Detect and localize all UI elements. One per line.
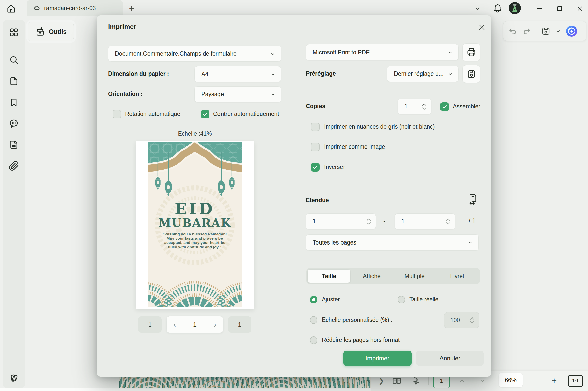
actual-size-button[interactable]: 1:1: [568, 375, 583, 387]
pager-current-page[interactable]: 1: [193, 321, 197, 328]
printer-properties-button[interactable]: [462, 43, 480, 61]
dialog-title: Imprimer: [108, 23, 136, 31]
pager-next-icon[interactable]: ›: [214, 320, 216, 329]
shrink-oversized-radio[interactable]: [310, 336, 317, 344]
save-preset-button[interactable]: [462, 65, 480, 83]
reverse-checkbox[interactable]: [311, 163, 320, 172]
select-tool-icon: [411, 376, 422, 386]
redo-button[interactable]: [522, 26, 532, 36]
sidebar-item-search[interactable]: [8, 54, 19, 65]
stepper-arrows[interactable]: [470, 317, 474, 324]
undo-button[interactable]: [508, 26, 518, 36]
paper-size-select[interactable]: A4: [194, 66, 281, 82]
sidebar-item-appearance[interactable]: [8, 372, 19, 383]
tab-livret[interactable]: Livret: [436, 270, 479, 283]
bell-icon: [493, 3, 503, 13]
print-as-image-checkbox[interactable]: [311, 143, 320, 151]
pages-subset-select[interactable]: Toutes les pages: [306, 234, 479, 251]
dialog-close-button[interactable]: [477, 22, 487, 32]
grayscale-checkbox[interactable]: [311, 123, 320, 131]
tools-button[interactable]: Outils: [28, 22, 74, 41]
card-quote: "Wishing you a blessed Ramadan! May your…: [162, 232, 228, 249]
range-section-divider: [306, 184, 484, 184]
paperclip-icon: [9, 161, 19, 171]
search-icon: [9, 55, 19, 65]
auto-rotate-checkbox[interactable]: [113, 110, 121, 118]
zoom-level[interactable]: 66%: [499, 373, 523, 387]
print-button[interactable]: Imprimer: [343, 351, 412, 366]
quick-toolbar: [503, 21, 586, 41]
zoom-in-button[interactable]: +: [547, 371, 561, 391]
range-to-stepper[interactable]: 1: [395, 213, 455, 229]
sidebar-item-comments[interactable]: [8, 118, 19, 129]
home-button[interactable]: [5, 3, 18, 15]
new-tab-button[interactable]: +: [126, 3, 137, 14]
tab-taille[interactable]: Taille: [308, 270, 350, 283]
range-total: / 1: [469, 217, 476, 225]
cloud-icon: [33, 4, 41, 12]
paper-size-label: Dimension du papier :: [108, 70, 169, 77]
save-button[interactable]: [541, 26, 551, 36]
tools-label: Outils: [49, 28, 67, 35]
app-window: ramadan-card-ar-03 + Outils: [0, 0, 588, 391]
stepper-arrows[interactable]: [366, 218, 371, 225]
sidebar-item-pages[interactable]: [8, 76, 19, 87]
auto-center-checkbox[interactable]: [201, 110, 209, 118]
custom-scale-radio[interactable]: [310, 316, 317, 324]
preset-label: Préréglage: [306, 70, 336, 77]
minimize-button[interactable]: [533, 3, 546, 15]
orientation-label: Orientation :: [108, 91, 143, 97]
dialog-header: Imprimer: [97, 15, 491, 39]
first-page-button[interactable]: 1: [138, 316, 162, 333]
cancel-button[interactable]: Annuler: [416, 351, 484, 366]
save-options-chevron[interactable]: [555, 28, 561, 34]
content-select[interactable]: Document,Commentaire,Champs de formulair…: [108, 46, 281, 62]
orientation-select[interactable]: Paysage: [194, 86, 281, 102]
plus-icon: +: [129, 3, 134, 14]
stepper-arrows[interactable]: [422, 103, 427, 110]
close-icon: [478, 23, 486, 32]
tab-title: ramadan-card-ar-03: [44, 5, 96, 12]
tab-list-chevron[interactable]: [473, 4, 482, 13]
tab-affiche[interactable]: Affiche: [350, 270, 393, 283]
copies-stepper[interactable]: 1: [398, 99, 431, 114]
chevron-down-icon: [467, 239, 473, 246]
chevron-down-icon: [270, 71, 276, 77]
zoom-out-button[interactable]: −: [528, 371, 542, 391]
shrink-oversized-label: Réduire les pages hors format: [322, 337, 400, 344]
sidebar-item-bookmarks[interactable]: [8, 97, 19, 108]
ai-assistant-button[interactable]: [566, 25, 577, 37]
preset-select[interactable]: Dernier réglage u...: [387, 66, 459, 82]
tab-multiple[interactable]: Multiple: [393, 270, 436, 283]
document-canvas[interactable]: [119, 377, 373, 389]
pager-prev-icon[interactable]: ‹: [173, 320, 176, 329]
notifications-button[interactable]: [493, 3, 503, 13]
document-tab[interactable]: ramadan-card-ar-03: [27, 0, 123, 16]
preview-pager: ‹ 1 ›: [167, 316, 223, 333]
range-from-stepper[interactable]: 1: [306, 213, 376, 229]
card-title-line2: MUBARAK: [148, 216, 242, 230]
collate-label: Assembler: [453, 103, 480, 110]
thumbnail-icon: [9, 139, 19, 150]
maximize-button[interactable]: [553, 3, 566, 15]
sidebar-item-attachments[interactable]: [8, 160, 19, 172]
custom-scale-stepper[interactable]: 100: [444, 312, 479, 328]
fit-radio[interactable]: [310, 296, 317, 303]
stepper-arrows[interactable]: [446, 218, 450, 225]
close-window-button[interactable]: [573, 3, 586, 15]
sidebar-item-thumbnails[interactable]: [8, 139, 19, 150]
last-page-button[interactable]: 1: [228, 316, 251, 333]
sidebar-item-panels[interactable]: [8, 27, 19, 38]
actual-size-label: Taille réelle: [409, 296, 438, 303]
file-icon: [9, 76, 19, 86]
user-avatar[interactable]: [509, 2, 521, 14]
titlebar-separator: [528, 4, 528, 13]
range-label: Etendue: [306, 197, 329, 204]
collate-checkbox[interactable]: [440, 102, 449, 111]
actual-size-radio[interactable]: [398, 296, 405, 303]
toolbar-separator: [536, 27, 536, 35]
bookmark-icon: [9, 97, 19, 108]
printer-select[interactable]: Microsoft Print to PDF: [306, 44, 459, 60]
reverse-label: Inverser: [324, 164, 345, 170]
custom-range-button[interactable]: [467, 193, 479, 205]
